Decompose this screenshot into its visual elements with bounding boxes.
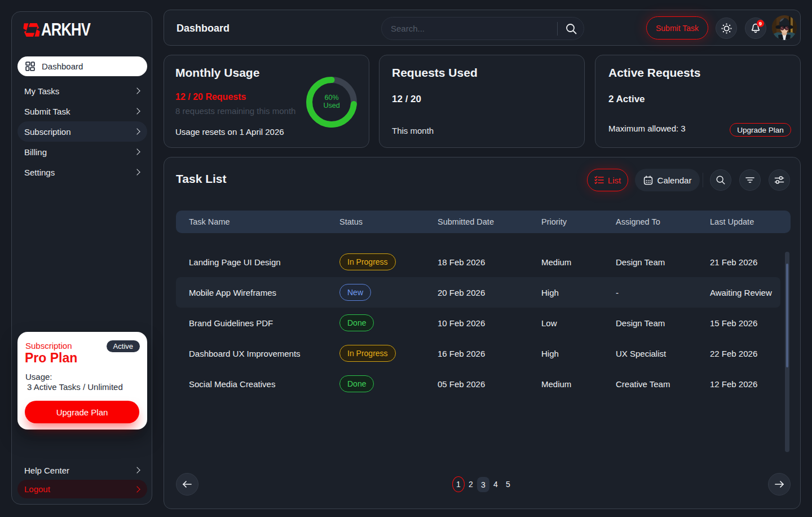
svg-text:Used: Used (323, 102, 339, 109)
svg-text:60%: 60% (324, 94, 338, 102)
